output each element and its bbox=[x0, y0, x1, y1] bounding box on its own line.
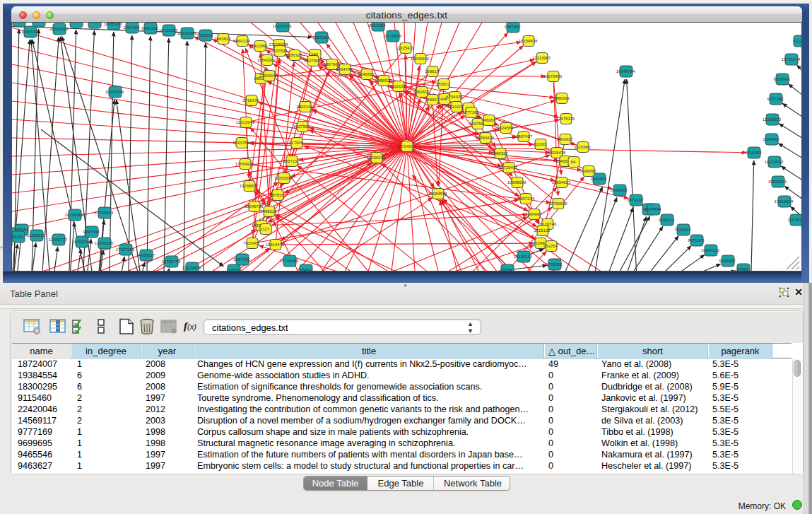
svg-text:746266: 746266 bbox=[481, 118, 496, 122]
svg-text:7986322: 7986322 bbox=[491, 151, 508, 156]
svg-text:14958117: 14958117 bbox=[136, 253, 155, 257]
svg-text:9084067: 9084067 bbox=[525, 212, 542, 216]
svg-text:2867608: 2867608 bbox=[323, 62, 340, 66]
svg-text:1733426: 1733426 bbox=[546, 262, 563, 267]
svg-text:15136141: 15136141 bbox=[514, 255, 533, 259]
svg-text:9527506: 9527506 bbox=[304, 59, 321, 63]
svg-text:64: 64 bbox=[571, 160, 576, 164]
svg-text:10671385: 10671385 bbox=[177, 31, 196, 35]
svg-text:7515526: 7515526 bbox=[196, 33, 213, 37]
svg-text:10654112: 10654112 bbox=[701, 248, 720, 252]
svg-text:15807249: 15807249 bbox=[516, 197, 535, 201]
svg-text:11156829: 11156829 bbox=[27, 233, 45, 238]
svg-text:10655287: 10655287 bbox=[104, 23, 123, 26]
svg-text:9227342: 9227342 bbox=[767, 97, 784, 101]
svg-text:8660124: 8660124 bbox=[233, 39, 250, 43]
svg-text:10688609: 10688609 bbox=[507, 180, 526, 185]
svg-text:1127: 1127 bbox=[261, 227, 271, 231]
svg-text:10543362: 10543362 bbox=[257, 58, 276, 62]
svg-text:19166827: 19166827 bbox=[240, 184, 259, 188]
svg-text:17957255: 17957255 bbox=[116, 247, 135, 252]
svg-text:20691406: 20691406 bbox=[49, 27, 69, 31]
svg-text:955812: 955812 bbox=[436, 82, 451, 86]
svg-text:7625402: 7625402 bbox=[243, 241, 260, 245]
svg-text:10807487: 10807487 bbox=[514, 134, 533, 139]
svg-text:1615132: 1615132 bbox=[534, 228, 551, 233]
svg-text:1574444: 1574444 bbox=[645, 207, 661, 211]
svg-text:8267150: 8267150 bbox=[283, 159, 300, 163]
svg-text:16782759: 16782759 bbox=[162, 259, 181, 264]
svg-text:1527602: 1527602 bbox=[123, 25, 140, 30]
svg-text:39154: 39154 bbox=[12, 235, 24, 239]
svg-text:169617: 169617 bbox=[425, 69, 440, 74]
svg-text:1405572: 1405572 bbox=[21, 30, 38, 34]
svg-text:2935114: 2935114 bbox=[659, 218, 676, 222]
svg-text:10719185: 10719185 bbox=[159, 28, 178, 33]
svg-text:62160: 62160 bbox=[534, 142, 546, 146]
svg-text:1244419: 1244419 bbox=[763, 137, 779, 141]
svg-text:12905185: 12905185 bbox=[95, 241, 114, 245]
svg-text:8427552: 8427552 bbox=[293, 124, 310, 129]
svg-text:10973493: 10973493 bbox=[543, 74, 563, 78]
svg-text:8215953: 8215953 bbox=[745, 151, 762, 155]
svg-text:16648784: 16648784 bbox=[616, 69, 635, 74]
svg-text:2087682: 2087682 bbox=[504, 25, 521, 29]
svg-text:15692971: 15692971 bbox=[768, 180, 787, 184]
svg-text:12975115: 12975115 bbox=[556, 117, 575, 121]
svg-text:8813054: 8813054 bbox=[369, 23, 386, 28]
svg-text:887833: 887833 bbox=[270, 193, 285, 197]
svg-text:10046756: 10046756 bbox=[245, 204, 264, 209]
svg-text:16640910: 16640910 bbox=[411, 57, 430, 61]
svg-text:2718176: 2718176 bbox=[242, 98, 259, 103]
svg-text:8471676: 8471676 bbox=[688, 238, 705, 243]
svg-text:1640954: 1640954 bbox=[590, 177, 607, 181]
svg-text:12213987: 12213987 bbox=[532, 56, 551, 60]
svg-text:18724007: 18724007 bbox=[397, 144, 416, 148]
svg-text:1010755: 1010755 bbox=[233, 141, 249, 145]
svg-text:0699695: 0699695 bbox=[579, 169, 596, 173]
svg-text:12923468: 12923468 bbox=[182, 266, 201, 270]
svg-text:19384554: 19384554 bbox=[428, 192, 447, 196]
svg-text:8186328: 8186328 bbox=[286, 53, 302, 57]
svg-text:11451914: 11451914 bbox=[72, 240, 91, 244]
svg-text:15720407: 15720407 bbox=[499, 165, 518, 170]
svg-text:20053346: 20053346 bbox=[105, 90, 124, 94]
svg-text:11325419: 11325419 bbox=[396, 46, 415, 50]
svg-text:1362615: 1362615 bbox=[413, 90, 430, 94]
svg-text:11353394: 11353394 bbox=[274, 176, 293, 180]
svg-text:10025438: 10025438 bbox=[547, 151, 566, 155]
svg-text:7357224: 7357224 bbox=[312, 35, 329, 40]
svg-text:20364436: 20364436 bbox=[476, 136, 495, 140]
svg-text:9146821: 9146821 bbox=[358, 72, 375, 76]
svg-text:6466160: 6466160 bbox=[141, 26, 158, 30]
svg-text:2803144: 2803144 bbox=[296, 105, 313, 109]
svg-text:12093823: 12093823 bbox=[763, 117, 782, 122]
svg-text:9463627: 9463627 bbox=[556, 137, 573, 141]
svg-text:17359924: 17359924 bbox=[95, 211, 114, 215]
svg-text:7632621: 7632621 bbox=[674, 228, 691, 232]
svg-text:9245652: 9245652 bbox=[719, 259, 736, 263]
svg-text:8990: 8990 bbox=[427, 98, 437, 102]
svg-text:7485063: 7485063 bbox=[553, 96, 570, 100]
svg-text:3624554: 3624554 bbox=[497, 126, 514, 130]
svg-text:9115460: 9115460 bbox=[575, 145, 592, 149]
svg-text:11123: 11123 bbox=[794, 39, 801, 43]
svg-text:23420046: 23420046 bbox=[259, 74, 278, 78]
svg-text:6479197: 6479197 bbox=[627, 198, 644, 202]
svg-text:15716485: 15716485 bbox=[280, 259, 299, 263]
svg-text:9657791: 9657791 bbox=[233, 257, 250, 262]
svg-text:1167534: 1167534 bbox=[788, 218, 801, 222]
svg-text:20206561: 20206561 bbox=[65, 213, 84, 217]
svg-text:1588520: 1588520 bbox=[375, 78, 392, 83]
svg-text:1621072: 1621072 bbox=[447, 105, 464, 109]
svg-text:19756928: 19756928 bbox=[548, 201, 567, 206]
svg-text:9397568: 9397568 bbox=[83, 230, 100, 234]
svg-text:15751074: 15751074 bbox=[782, 57, 801, 62]
svg-text:16210643: 16210643 bbox=[765, 160, 784, 164]
svg-text:8938923: 8938923 bbox=[611, 188, 628, 192]
svg-text:12213349: 12213349 bbox=[236, 120, 255, 124]
svg-text:252254: 252254 bbox=[543, 244, 558, 248]
svg-text:18300295: 18300295 bbox=[367, 156, 386, 160]
svg-text:16053809: 16053809 bbox=[273, 24, 292, 28]
svg-text:317006: 317006 bbox=[289, 141, 304, 145]
